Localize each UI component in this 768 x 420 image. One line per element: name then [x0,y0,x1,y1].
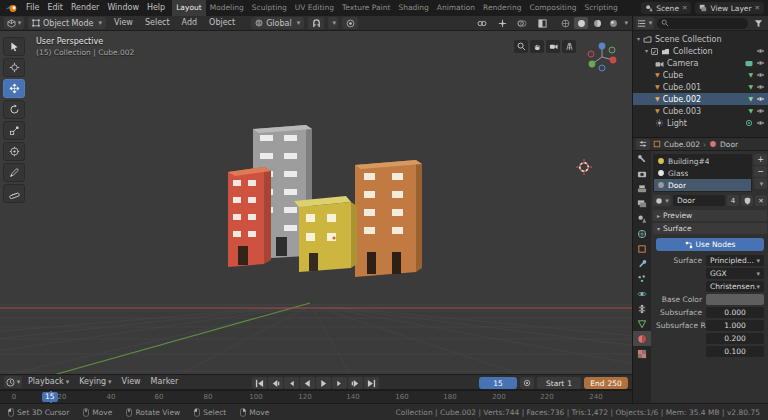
surface-panel-header[interactable]: ▾ Surface [653,223,767,234]
material-slot-door[interactable]: Door [654,179,751,191]
editor-type-outliner-button[interactable]: ▾ [636,17,654,29]
play-reverse-button[interactable] [300,377,315,389]
tab-object-data[interactable] [633,316,651,331]
base-color-swatch[interactable] [706,294,764,305]
menu-marker[interactable]: Marker [147,374,183,390]
next-keyframe-button[interactable] [348,377,363,389]
tab-constraints[interactable] [633,301,651,316]
tab-compositing[interactable]: Compositing [525,0,580,16]
material-slot-building4[interactable]: Building#4 [654,155,751,167]
camera-view-button[interactable] [546,40,560,53]
shading-solid-button[interactable] [574,17,588,29]
preview-panel-header[interactable]: ▸ Preview [653,210,767,221]
tool-scale-button[interactable] [3,121,25,140]
tab-scripting[interactable]: Scripting [580,0,621,16]
menu-timeline-view[interactable]: View [118,374,145,390]
add-material-slot-button[interactable]: + [754,154,767,165]
zoom-view-button[interactable] [514,40,528,53]
tool-transform-button[interactable] [3,142,25,161]
surface-shader-dropdown[interactable]: Principled...▾ [706,255,764,266]
material-users-button[interactable]: 4 [727,195,739,206]
tool-move-button[interactable] [3,79,25,98]
tab-particles[interactable] [633,271,651,286]
editor-type-properties-button[interactable] [636,139,650,150]
auto-keying-button[interactable] [520,377,534,389]
subsurface-radius-z[interactable]: 0.100 [706,346,764,357]
next-frame-button[interactable] [332,377,347,389]
tool-select-box-button[interactable] [3,37,25,56]
end-frame-field[interactable]: End250 [584,377,628,389]
gizmo-x-axis[interactable] [610,57,617,64]
menu-keying[interactable]: Keying▾ [75,374,115,390]
tab-animation[interactable]: Animation [433,0,479,16]
menu-object[interactable]: Object [205,15,239,31]
move-view-button[interactable] [530,40,544,53]
building-red[interactable] [228,167,271,267]
jump-start-button[interactable] [252,377,267,389]
building-orange[interactable] [355,160,422,277]
sss-method-dropdown[interactable]: Christensen...▾ [706,281,764,292]
prev-keyframe-button[interactable] [268,377,283,389]
shading-wireframe-button[interactable] [558,17,572,29]
shading-material-button[interactable] [590,17,604,29]
prev-frame-button[interactable] [284,377,299,389]
editor-type-timeline-button[interactable]: ▾ [4,376,22,388]
menu-help[interactable]: Help [143,0,169,16]
outliner-row-cube-003[interactable]: ▼ Cube.003 ▼ [633,105,768,117]
snap-settings-button[interactable]: ▾ [328,17,338,29]
fake-user-button[interactable] [741,195,753,206]
subsurface-radius-y[interactable]: 0.200 [706,333,764,344]
pivot-point-button[interactable] [474,17,490,29]
tool-annotate-button[interactable] [3,163,25,182]
remove-material-slot-button[interactable]: − [754,166,767,177]
tool-measure-button[interactable] [3,184,25,203]
outliner-row-cube-002[interactable]: ▼ Cube.002 ▼ [633,93,768,105]
eye-icon[interactable] [756,60,765,66]
play-button[interactable] [316,377,331,389]
view-layer-selector[interactable]: View Layer ✕ [695,2,764,14]
material-specials-button[interactable]: ▾ [754,178,767,189]
current-frame-field[interactable]: 15 [479,377,517,389]
use-nodes-button[interactable]: Use Nodes [656,238,764,251]
start-frame-field[interactable]: Start1 [537,377,581,389]
jump-end-button[interactable] [364,377,379,389]
subsurface-slider[interactable]: 0.000 [706,307,764,318]
outliner-filter-button[interactable] [751,17,765,29]
menu-playback[interactable]: Playback▾ [24,374,73,390]
transform-orientation-selector[interactable]: Global ▾ [251,17,304,29]
outliner-row-scene-collection[interactable]: ▾ Scene Collection [633,33,768,45]
tab-world[interactable] [633,226,651,241]
collection-checkbox[interactable]: ✓ [651,48,658,55]
tab-shading[interactable]: Shading [394,0,432,16]
outliner-row-cube-001[interactable]: ▼ Cube.001 ▼ [633,81,768,93]
gizmo-z-neg[interactable] [599,65,605,71]
menu-view[interactable]: View [110,15,137,31]
subsurface-radius-x[interactable]: 1.000 [706,320,764,331]
tool-cursor-button[interactable] [3,58,25,77]
shading-rendered-button[interactable] [606,17,620,29]
tab-scene[interactable] [633,211,651,226]
view-layer-unlink-icon[interactable]: ✕ [755,4,760,12]
material-slot-glass[interactable]: Glass [654,167,751,179]
gizmo-y-axis[interactable] [589,61,596,68]
outliner-row-cube[interactable]: ▼ Cube ▼ [633,69,768,81]
snap-toggle-button[interactable] [308,17,324,29]
timeline-ruler[interactable]: 0 20 40 60 80 100 120 140 160 180 200 22… [0,390,632,403]
menu-select[interactable]: Select [141,15,174,31]
editor-type-3d-viewport-button[interactable]: ▾ [4,17,24,29]
menu-edit[interactable]: Edit [43,0,67,16]
material-name-field[interactable]: Door [673,195,725,206]
eye-icon[interactable] [756,96,765,102]
tab-render[interactable] [633,166,651,181]
proportional-editing-button[interactable] [342,17,358,29]
gizmo-y-neg[interactable] [609,47,615,53]
shading-dropdown-icon[interactable]: ▾ [624,19,628,27]
tab-object[interactable] [633,241,651,256]
scene-unlink-icon[interactable]: ✕ [682,4,687,12]
gizmo-z-axis[interactable] [599,43,606,50]
tab-material[interactable] [633,331,651,346]
gizmo-x-neg[interactable] [588,51,594,57]
scene-selector[interactable]: Scene ✕ [641,2,691,14]
gizmos-toggle-button[interactable] [494,17,510,29]
tab-physics[interactable] [633,286,651,301]
